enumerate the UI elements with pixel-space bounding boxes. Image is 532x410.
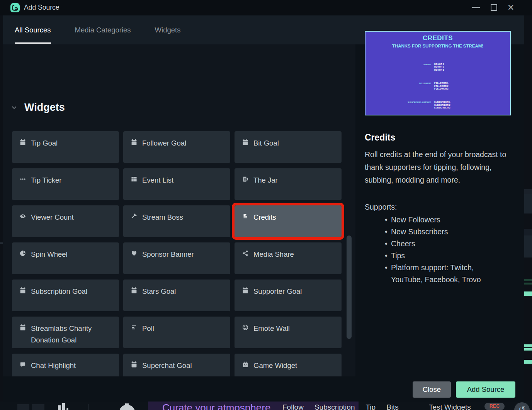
widget-tile-tip-ticker[interactable]: Tip Ticker (12, 168, 119, 200)
credits-preview-image: CREDITS THANKS FOR SUPPORTING THE STREAM… (365, 31, 511, 115)
list-icon (131, 176, 137, 182)
preview-subtitle: THANKS FOR SUPPORTING THE STREAM! (365, 44, 510, 48)
widget-tile-label: Sponsor Banner (142, 249, 194, 260)
preview-credit-group: FOLLOWERSFOLLOWER 1FOLLOWER 2FOLLOWER 3 (365, 82, 510, 90)
supports-item: Cheers (385, 238, 501, 250)
background-panel (524, 229, 532, 235)
background-panel-edge (524, 189, 532, 194)
minimize-icon[interactable] (472, 7, 480, 8)
widget-tile-game-widget[interactable]: Game Widget (235, 354, 342, 376)
calendar-icon (131, 139, 137, 145)
scrollbar-thumb[interactable] (347, 235, 352, 339)
widget-tile-poll[interactable]: Poll (123, 317, 230, 348)
widget-tile-credits[interactable]: Credits (235, 205, 342, 237)
widget-tile-follower-goal[interactable]: Follower Goal (123, 131, 230, 163)
event-tabs: FollowSubscriptionTipBits (282, 403, 399, 410)
replay-icon[interactable]: ↺ (514, 402, 530, 410)
tab-all-sources[interactable]: All Sources (15, 15, 51, 44)
tab-media-categories[interactable]: Media Categories (75, 15, 131, 44)
widget-tile-chat-highlight[interactable]: Chat Highlight (12, 354, 119, 376)
widget-tile-bit-goal[interactable]: Bit Goal (235, 131, 342, 163)
preview-group-label: SUBSCRIBERS & RESUBS (365, 101, 431, 109)
detail-heading: Credits (365, 132, 511, 143)
widgets-section-header[interactable]: Widgets (11, 102, 65, 114)
background-app-right-edge (524, 15, 532, 410)
preview-title: CREDITS (365, 34, 510, 42)
titlebar: Add Source ✕ (0, 0, 532, 15)
widget-tile-stars-goal[interactable]: Stars Goal (123, 280, 230, 311)
maximize-icon[interactable] (491, 4, 497, 11)
share-icon (242, 250, 248, 256)
widget-tile-viewer-count[interactable]: Viewer Count (12, 205, 119, 237)
supports-item: New Subscribers (385, 226, 501, 238)
background-tile (32, 404, 44, 410)
background-panel (524, 235, 532, 258)
widget-tile-label: Tip Ticker (31, 175, 62, 186)
widget-tile-label: Credits (253, 212, 276, 223)
background-app-left-edge (0, 15, 3, 410)
preview-credit-groups: DONORSDONOR 1DONOR 2DONOR 3FOLLOWERSFOLL… (365, 63, 510, 110)
widget-tile-media-share[interactable]: Media Share (235, 242, 342, 274)
widget-tile-label: Follower Goal (142, 137, 186, 149)
section-title: Widgets (24, 102, 65, 114)
event-tab-bits[interactable]: Bits (386, 403, 399, 410)
widget-tile-label: Spin Wheel (31, 249, 68, 260)
divider (88, 404, 88, 410)
bar-chart-icon (66, 408, 68, 410)
event-tab-follow[interactable]: Follow (282, 403, 304, 410)
widget-tile-label: Event List (142, 175, 173, 186)
add-source-button[interactable]: Add Source (456, 381, 515, 398)
test-widgets-label[interactable]: Test Widgets (429, 403, 471, 410)
widget-tile-spin-wheel[interactable]: Spin Wheel (12, 242, 119, 274)
widget-tile-label: Chat Highlight (31, 360, 76, 371)
tab-widgets[interactable]: Widgets (155, 15, 181, 44)
widget-tile-label: Superchat Goal (142, 360, 192, 371)
mixer-bar-dim (524, 279, 532, 281)
mixer-bar (524, 348, 532, 351)
sources-scroll-area: Widgets Tip GoalFollower GoalBit GoalTip… (3, 44, 355, 376)
widget-tile-stream-boss[interactable]: Stream Boss (123, 205, 230, 237)
tab-label: Media Categories (75, 26, 131, 34)
widget-tile-sponsor-banner[interactable]: Sponsor Banner (123, 242, 230, 274)
add-source-dialog: All SourcesMedia CategoriesWidgets Widge… (3, 15, 524, 402)
heart-icon (131, 250, 137, 256)
widget-tile-label: Poll (142, 323, 154, 334)
widget-tile-the-jar[interactable]: The Jar (235, 168, 342, 200)
bell-icon (116, 403, 138, 410)
close-button[interactable]: Close (413, 381, 451, 398)
mixer-bar (524, 291, 532, 296)
calendar-icon (20, 324, 26, 330)
widget-tile-label: Stream Boss (142, 212, 183, 223)
streamlabs-logo-icon (10, 3, 20, 12)
mixer-bar-dim (524, 283, 532, 285)
calendar-icon (20, 139, 26, 145)
tab-label: Widgets (155, 26, 181, 34)
widget-tile-supporter-goal[interactable]: Supporter Goal (235, 280, 342, 311)
calendar-icon (242, 139, 248, 145)
banner-text[interactable]: Curate your atmosphere (162, 402, 270, 410)
detail-panel: CREDITS THANKS FOR SUPPORTING THE STREAM… (365, 31, 511, 286)
widget-tile-streamlabs-charity-donation-goal[interactable]: Streamlabs Charity Donation Goal (12, 317, 119, 348)
preview-credit-group: DONORSDONOR 1DONOR 2DONOR 3 (365, 63, 510, 71)
widget-tile-label: Media Share (253, 249, 294, 260)
window-title: Add Source (24, 3, 59, 12)
widget-tile-label: Supporter Goal (253, 286, 302, 297)
supports-label: Supports: (365, 203, 511, 212)
widget-tile-label: Viewer Count (31, 212, 74, 223)
calendar-icon (20, 287, 26, 293)
widget-tile-superchat-goal[interactable]: Superchat Goal (123, 354, 230, 376)
close-icon[interactable]: ✕ (507, 2, 514, 13)
event-tab-subscription[interactable]: Subscription (314, 403, 355, 410)
widget-tile-label: The Jar (253, 175, 278, 186)
widget-tile-event-list[interactable]: Event List (123, 168, 230, 200)
background-panel (524, 194, 532, 213)
rec-badge: REC (484, 403, 505, 410)
calendar-icon (131, 361, 137, 368)
widget-tile-subscription-goal[interactable]: Subscription Goal (12, 280, 119, 311)
widget-tile-tip-goal[interactable]: Tip Goal (12, 131, 119, 163)
chat-bubble-icon (20, 361, 26, 368)
event-tab-tip[interactable]: Tip (365, 403, 376, 410)
widget-tile-emote-wall[interactable]: Emote Wall (235, 317, 342, 348)
widget-tile-label: Streamlabs Charity Donation Goal (31, 323, 114, 346)
credits-icon (242, 213, 248, 219)
